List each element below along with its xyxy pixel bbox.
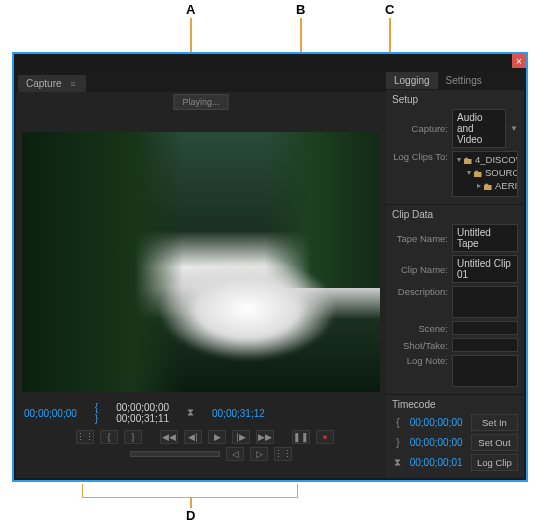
timecode-title: Timecode <box>392 399 518 410</box>
callout-D: D <box>186 508 195 523</box>
shot-take-input[interactable] <box>452 338 518 352</box>
description-label: Description: <box>392 286 448 297</box>
set-out-btn[interactable]: } <box>124 430 142 444</box>
callout-C: C <box>385 2 394 17</box>
tc-dur-icon: ⧗ <box>187 407 194 419</box>
tree-root: 4_DISCOVERY.prproj <box>475 154 518 166</box>
log-note-input[interactable] <box>452 355 518 387</box>
log-clips-to-label: Log Clips To: <box>392 151 448 162</box>
record-btn[interactable]: ● <box>316 430 334 444</box>
dur-icon: ⧗ <box>392 457 404 469</box>
capture-preview-pane: Capture ≡ Playing... 00;00;00;00 { } <box>16 72 386 478</box>
jog-left-btn[interactable]: ◁ <box>226 447 244 461</box>
left-tab-bar: Capture ≡ <box>16 72 386 92</box>
shot-take-label: Shot/Take: <box>392 340 448 351</box>
step-back-btn[interactable]: ◀| <box>184 430 202 444</box>
tc-duration[interactable]: 00;00;31;12 <box>212 408 265 419</box>
right-tab-bar: Logging Settings <box>386 72 524 89</box>
callout-B: B <box>296 2 305 17</box>
log-clip-button[interactable]: Log Clip <box>471 454 518 471</box>
callout-bracket-D <box>82 484 298 498</box>
tape-name-label: Tape Name: <box>392 233 448 244</box>
preview-decor <box>158 257 337 361</box>
clip-name-label: Clip Name: <box>392 264 448 275</box>
section-setup: Setup Capture: Audio and Video ▼ Log Cli… <box>386 89 524 204</box>
set-out-button[interactable]: Set Out <box>471 434 518 451</box>
scene-input[interactable] <box>452 321 518 335</box>
tree-child-2: AERIAL <box>495 180 518 192</box>
pause-btn[interactable]: ❚❚ <box>292 430 310 444</box>
fast-fwd-btn[interactable]: ▶▶ <box>256 430 274 444</box>
close-button[interactable]: × <box>512 54 526 68</box>
slate-icon[interactable]: ⋮⋮ <box>76 430 94 444</box>
tc-brace-in: { <box>95 402 98 413</box>
play-btn[interactable]: ▶ <box>208 430 226 444</box>
setup-title: Setup <box>392 94 518 105</box>
callout-line-D <box>190 498 192 508</box>
set-in-btn[interactable]: { <box>100 430 118 444</box>
tab-menu-icon[interactable]: ≡ <box>70 79 75 89</box>
clipdata-title: Clip Data <box>392 209 518 220</box>
tc-out[interactable]: 00;00;31;11 <box>116 413 169 424</box>
step-fwd-btn[interactable]: |▶ <box>232 430 250 444</box>
callout-A: A <box>186 2 195 17</box>
in-brace-icon: { <box>392 417 404 428</box>
transport-controls: ⋮⋮ { } ◀◀ ◀| ▶ |▶ ▶▶ ❚❚ ● <box>16 428 386 467</box>
chevron-down-icon: ▼ <box>510 124 518 133</box>
description-input[interactable] <box>452 286 518 318</box>
tc-dur-value[interactable]: 00;00;00;01 <box>410 457 465 468</box>
tree-child-1: SOURCE <box>485 167 518 179</box>
capture-label: Capture: <box>392 123 448 134</box>
timecode-strip: 00;00;00;00 { } 00;00;00;00 00;00;31;11 … <box>16 396 386 428</box>
tab-logging[interactable]: Logging <box>386 72 438 89</box>
clip-name-input[interactable]: Untitled Clip 01 <box>452 255 518 283</box>
status-playing: Playing... <box>173 94 228 110</box>
set-in-button[interactable]: Set In <box>471 414 518 431</box>
tab-capture-label: Capture <box>26 78 62 89</box>
tc-current[interactable]: 00;00;00;00 <box>24 408 77 419</box>
capture-panel-window: × Capture ≡ Playing... 00;00;00;00 <box>12 52 528 482</box>
tab-settings[interactable]: Settings <box>438 72 490 89</box>
jog-right-btn[interactable]: ▷ <box>250 447 268 461</box>
tape-name-input[interactable]: Untitled Tape <box>452 224 518 252</box>
out-brace-icon: } <box>392 437 404 448</box>
capture-dropdown[interactable]: Audio and Video <box>452 109 506 148</box>
tc-in-value[interactable]: 00;00;00;00 <box>410 417 465 428</box>
tc-brace-out: } <box>95 413 98 424</box>
section-clip-data: Clip Data Tape Name:Untitled Tape Clip N… <box>386 204 524 394</box>
project-tree[interactable]: ▾🖿4_DISCOVERY.prproj ▾🖿SOURCE ▸🖿AERIAL <box>452 151 518 197</box>
shuttle-slider[interactable] <box>130 451 220 457</box>
scene-label: Scene: <box>392 323 448 334</box>
section-timecode: Timecode {00;00;00;00Set In }00;00;00;00… <box>386 394 524 478</box>
tab-capture[interactable]: Capture ≡ <box>18 75 86 92</box>
logging-pane: Logging Settings Setup Capture: Audio an… <box>386 72 524 478</box>
tc-out-value[interactable]: 00;00;00;00 <box>410 437 465 448</box>
tc-in[interactable]: 00;00;00;00 <box>116 402 169 413</box>
video-preview[interactable] <box>22 132 380 392</box>
log-note-label: Log Note: <box>392 355 448 366</box>
shuttle-icon[interactable]: ⋮⋮ <box>274 447 292 461</box>
rewind-btn[interactable]: ◀◀ <box>160 430 178 444</box>
